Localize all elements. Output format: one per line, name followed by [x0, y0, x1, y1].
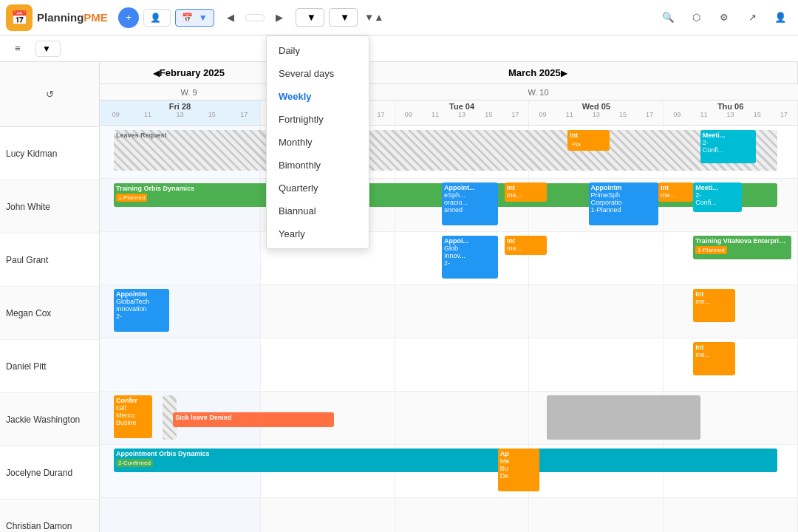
- cal-cell-4-2: [395, 338, 530, 391]
- resource-selector[interactable]: ▼: [329, 8, 358, 27]
- menu-item-quarterly[interactable]: Quarterly: [267, 177, 369, 200]
- event-6-0[interactable]: Appointment Orbis Dynamics2-Confirmed: [114, 449, 777, 472]
- logo-text-block: PlanningPME: [37, 11, 108, 24]
- event-line: me...: [695, 352, 733, 359]
- cal-cell-5-2: [395, 392, 530, 444]
- event-line: Confi...: [703, 147, 754, 154]
- calendar-row-6: Appointment Orbis Dynamics2-ConfirmedApM…: [100, 445, 798, 498]
- day-label-0: Fri 28: [100, 100, 260, 111]
- add-button[interactable]: +: [118, 7, 139, 28]
- event-line: De: [500, 473, 538, 480]
- sidebar-header: ↺: [0, 62, 99, 127]
- calendar-body: Leaves RequestIntPlaMeeti...2-Confi...Tr…: [100, 126, 798, 532]
- event-label: Int: [695, 290, 733, 299]
- month-feb: ◀ February 2025: [100, 62, 279, 83]
- prev-month-button[interactable]: ◀: [153, 68, 160, 78]
- event-label: Appointment Orbis Dynamics: [116, 450, 775, 458]
- cal-cell-3-3: [529, 285, 664, 338]
- menu-item-several-days[interactable]: Several days: [267, 62, 369, 85]
- weekly-chevron: ▼: [199, 13, 208, 23]
- event-2-1[interactable]: Intme...: [505, 236, 547, 255]
- event-4-0[interactable]: Intme...: [693, 342, 735, 375]
- week-header-row: W. 9 W. 10: [100, 84, 798, 100]
- event-label: Int: [695, 344, 733, 352]
- menu-item-daily[interactable]: Daily: [267, 39, 369, 62]
- event-1-4[interactable]: Intme...: [658, 183, 693, 202]
- event-1-1[interactable]: Appoint...eSph...oracio...anned: [442, 183, 498, 225]
- cal-cell-4-0: [100, 338, 261, 391]
- day-header-2: Tue 040911131517: [395, 100, 530, 125]
- department-selector[interactable]: ▼: [296, 8, 324, 27]
- refresh-button[interactable]: ↺: [38, 83, 61, 106]
- app-name: PlanningPME: [37, 11, 108, 24]
- event-0-2[interactable]: Meeti...2-Confi...: [700, 130, 757, 163]
- sidebar-row-5: Jackie Washington: [0, 393, 99, 446]
- next-month-button[interactable]: ▶: [561, 68, 567, 78]
- event-line: 2-: [444, 260, 496, 267]
- day-header-4: Thu 060911131517: [664, 100, 798, 125]
- event-1-2[interactable]: Intme...: [505, 183, 547, 202]
- hour-label: 17: [646, 111, 653, 118]
- hour-label: 09: [673, 111, 681, 118]
- resource-button[interactable]: 👤: [143, 9, 171, 27]
- sidebar-row-6: Jocelyne Durand: [0, 446, 99, 499]
- event-1-3[interactable]: AppointmPrimeSphCorporatio1-Planned: [589, 183, 659, 225]
- filter-button[interactable]: ▼: [35, 41, 61, 57]
- day-header-row: Fri 280911131517Mon 020911131517Tue 0409…: [100, 100, 798, 126]
- event-6-1[interactable]: ApMeBuDe: [498, 449, 540, 491]
- event-line: Innovation: [116, 306, 168, 313]
- hour-label: 11: [566, 111, 573, 118]
- event-badge: 2-Confirmed: [116, 459, 153, 468]
- hour-label: 15: [208, 111, 216, 118]
- sort-button[interactable]: ≡: [6, 37, 30, 61]
- menu-item-weekly[interactable]: Weekly: [267, 85, 369, 108]
- prev-date-button[interactable]: ◀: [219, 6, 242, 30]
- event-5-0[interactable]: ConfercallMercuBusine: [114, 395, 152, 438]
- department-chevron: ▼: [307, 12, 316, 23]
- weekly-button[interactable]: 📅 ▼: [175, 9, 214, 27]
- cal-cell-7-2: [395, 498, 530, 532]
- settings-button[interactable]: ⚙: [712, 6, 736, 30]
- event-line: GlobalTech: [116, 299, 168, 306]
- event-line: Innov...: [444, 253, 496, 260]
- filter-icon-button[interactable]: ▼▲: [362, 6, 386, 30]
- event-5-3[interactable]: [547, 395, 700, 440]
- event-3-1[interactable]: Intme...: [693, 289, 735, 322]
- next-date-button[interactable]: ▶: [267, 6, 291, 30]
- event-label: Training VitaNova Enterprises: [695, 237, 788, 245]
- calendar-row-4: Intme...: [100, 338, 798, 392]
- user-button[interactable]: 👤: [768, 6, 792, 30]
- day-header-3: Wed 050911131517: [529, 100, 664, 125]
- event-line: anned: [444, 207, 496, 214]
- week-9: W. 9: [100, 84, 279, 100]
- calendar-row-5: ConfercallMercuBusineSick leave Denied: [100, 392, 798, 445]
- search-button[interactable]: 🔍: [656, 6, 680, 30]
- event-line: eSph...: [444, 192, 496, 200]
- event-3-0[interactable]: AppointmGlobalTechInnovation2-: [114, 289, 170, 332]
- event-0-0[interactable]: Leaves Request: [114, 130, 777, 171]
- event-5-2[interactable]: Sick leave Denied: [173, 412, 333, 427]
- calendar-area: ◀ February 2025 March 2025 ▶ W. 9 W. 10 …: [100, 62, 798, 532]
- event-line: Bu: [500, 466, 538, 473]
- event-2-0[interactable]: Appoi...GlobInnov...2-: [442, 236, 498, 279]
- menu-item-yearly[interactable]: Yearly: [267, 222, 369, 245]
- calendar-row-2: Appoi...GlobInnov...2-Intme...Training V…: [100, 232, 798, 285]
- share-button[interactable]: ↗: [740, 6, 764, 30]
- calendar-row-1: Training Orbis Dynamics1-PlannedAppoint.…: [100, 179, 798, 232]
- event-label: Confer: [116, 397, 150, 405]
- event-label: Int: [661, 184, 691, 192]
- event-line: me...: [695, 299, 733, 306]
- cal-cell-7-1: [261, 498, 395, 532]
- menu-item-bimonthly[interactable]: Bimonthly: [267, 154, 369, 177]
- hour-label: 09: [539, 111, 547, 118]
- event-1-5[interactable]: Meeti...2-Confi...: [693, 183, 742, 212]
- day-label-2: Tue 04: [395, 100, 529, 111]
- event-0-1[interactable]: IntPla: [567, 130, 610, 151]
- layers-button[interactable]: ⬡: [684, 6, 708, 30]
- menu-item-monthly[interactable]: Monthly: [267, 131, 369, 154]
- event-2-2[interactable]: Training VitaNova Enterprises1-Planned: [693, 236, 791, 259]
- menu-item-biannual[interactable]: Biannual: [267, 200, 369, 222]
- filter-icon: ▼: [42, 44, 51, 54]
- event-line: me...: [661, 192, 691, 200]
- menu-item-fortnightly[interactable]: Fortnightly: [267, 108, 369, 131]
